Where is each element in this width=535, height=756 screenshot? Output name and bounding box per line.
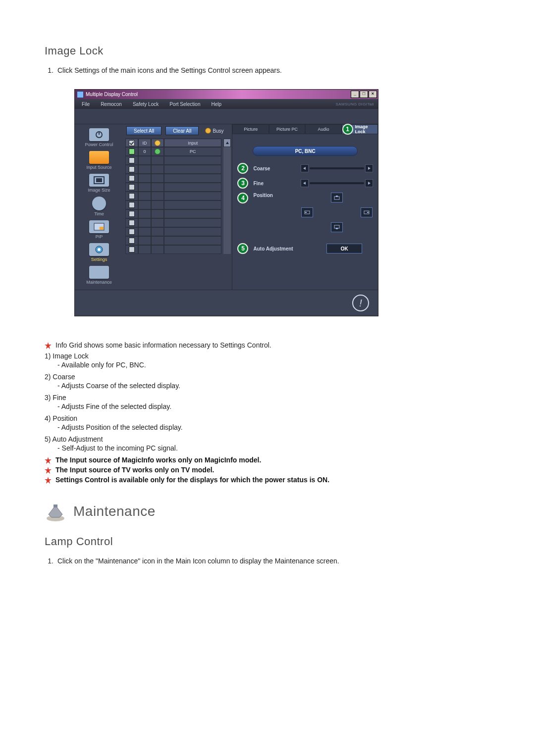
cell-input: PC <box>164 147 221 156</box>
sidebar-item-pip[interactable]: PIP <box>76 218 122 241</box>
row-checkbox[interactable] <box>129 220 135 226</box>
svg-marker-24 <box>45 477 52 484</box>
note-item-5: 5) Auto Adjustment <box>45 435 495 443</box>
row-checkbox[interactable] <box>129 211 135 217</box>
col-header-checkbox[interactable] <box>125 139 138 147</box>
brand-label: SAMSUNG DIGITall <box>335 102 376 106</box>
note-item-5-desc: - Self-Adjust to the incoming PC signal. <box>57 444 495 452</box>
note-item-2: 2) Coarse <box>45 373 495 381</box>
svg-rect-20 <box>336 228 338 229</box>
sidebar-item-input-source[interactable]: Input Source <box>76 149 122 172</box>
badge-2: 2 <box>237 163 248 174</box>
svg-marker-21 <box>45 342 52 349</box>
section-title-lamp-control: Lamp Control <box>45 535 495 548</box>
position-down-button[interactable] <box>331 222 343 232</box>
auto-adjust-label: Auto Adjustment <box>253 246 313 252</box>
sidebar-item-maintenance[interactable]: Maintenance <box>76 264 122 287</box>
coarse-label: Coarse <box>253 166 298 171</box>
sidebar-label: Power Control <box>76 142 122 147</box>
sidebar-item-settings[interactable]: Settings <box>76 241 122 264</box>
svg-marker-8 <box>226 142 229 144</box>
note-item-1: 1) Image Lock <box>45 352 495 360</box>
settings-icon <box>89 243 109 256</box>
app-icon <box>77 91 84 98</box>
menu-bar: File Remocon Safety Lock Port Selection … <box>75 99 378 109</box>
row-checkbox[interactable] <box>129 157 135 163</box>
row-checkbox[interactable] <box>129 202 135 208</box>
menu-help[interactable]: Help <box>206 100 226 108</box>
row-checkbox[interactable] <box>129 247 135 252</box>
coarse-slider[interactable] <box>301 164 373 172</box>
ok-button[interactable]: OK <box>326 244 362 253</box>
select-all-button[interactable]: Select All <box>126 126 161 135</box>
close-button[interactable]: × <box>369 91 377 98</box>
svg-rect-14 <box>336 196 338 197</box>
sidebar-item-image-size[interactable]: Image Size <box>76 172 122 195</box>
menu-file[interactable]: File <box>77 100 95 108</box>
note-item-2-desc: - Adjusts Coarse of the selected display… <box>57 382 495 390</box>
tab-picture[interactable]: Picture <box>232 124 268 134</box>
svg-marker-11 <box>303 182 306 185</box>
svg-point-7 <box>98 248 101 251</box>
position-up-button[interactable] <box>331 193 343 202</box>
slider-right-icon[interactable] <box>365 179 373 187</box>
note-power-on: Settings Control is available only for t… <box>45 476 495 484</box>
position-left-button[interactable] <box>301 207 313 217</box>
sidebar-label: Maintenance <box>76 280 122 285</box>
menu-port-selection[interactable]: Port Selection <box>164 100 205 108</box>
position-label: Position <box>253 193 298 198</box>
badge-5: 5 <box>237 243 248 254</box>
note-item-3: 3) Fine <box>45 394 495 402</box>
window-titlebar: Multiple Display Control _ □ × <box>75 90 378 99</box>
note-tv-model: The Input source of TV works only on TV … <box>45 466 495 474</box>
menu-safety-lock[interactable]: Safety Lock <box>128 100 163 108</box>
row-checkbox[interactable] <box>129 184 135 190</box>
maximize-button[interactable]: □ <box>360 91 368 98</box>
row-checkbox[interactable] <box>129 229 135 235</box>
svg-marker-22 <box>45 457 52 464</box>
cell-id: 0 <box>138 147 151 156</box>
help-icon[interactable]: ! <box>352 295 369 311</box>
col-header-id: ID <box>138 139 151 147</box>
note-item-4: 4) Position <box>45 414 495 422</box>
sidebar-label: Time <box>76 211 122 216</box>
scroll-up-icon[interactable] <box>223 139 231 147</box>
menu-remocon[interactable]: Remocon <box>96 100 127 108</box>
col-header-status <box>151 139 164 147</box>
fine-slider[interactable] <box>301 179 373 187</box>
instruction-step: 1. Click on the "Maintenance" icon in th… <box>45 557 495 565</box>
time-icon <box>92 197 106 210</box>
sidebar-label: Image Size <box>76 188 122 193</box>
grid-scrollbar[interactable] <box>223 139 231 254</box>
position-pad <box>301 193 373 234</box>
sidebar: Power Control Input Source Image Size <box>75 124 123 290</box>
row-checkbox[interactable] <box>129 238 135 244</box>
status-dot-icon <box>155 149 160 154</box>
step-text: Click Settings of the main icons and the… <box>57 66 282 74</box>
row-checkbox[interactable] <box>129 149 135 154</box>
svg-rect-18 <box>367 212 369 213</box>
clear-all-button[interactable]: Clear All <box>165 126 199 135</box>
row-checkbox[interactable] <box>129 175 135 181</box>
position-right-button[interactable] <box>361 207 373 217</box>
star-bullet-icon <box>45 477 52 484</box>
slider-right-icon[interactable] <box>365 164 373 172</box>
slider-left-icon[interactable] <box>301 164 309 172</box>
tab-audio[interactable]: Audio <box>305 124 341 134</box>
row-checkbox[interactable] <box>129 193 135 199</box>
sidebar-item-time[interactable]: Time <box>76 195 122 218</box>
grid-row[interactable]: 0 PC <box>125 147 221 156</box>
sidebar-item-power-control[interactable]: Power Control <box>76 126 122 149</box>
tab-image-lock[interactable]: 1 Image Lock <box>342 124 378 134</box>
svg-marker-23 <box>45 467 52 474</box>
star-bullet-icon <box>45 467 52 474</box>
slider-left-icon[interactable] <box>301 179 309 187</box>
minimize-button[interactable]: _ <box>351 91 359 98</box>
badge-4: 4 <box>237 193 248 203</box>
step-number: 1. <box>45 66 54 74</box>
tab-picture-pc[interactable]: Picture PC <box>269 124 305 134</box>
maintenance-heading-icon <box>45 501 66 522</box>
svg-marker-10 <box>368 167 371 170</box>
row-checkbox[interactable] <box>129 166 135 172</box>
sidebar-label: PIP <box>76 234 122 239</box>
